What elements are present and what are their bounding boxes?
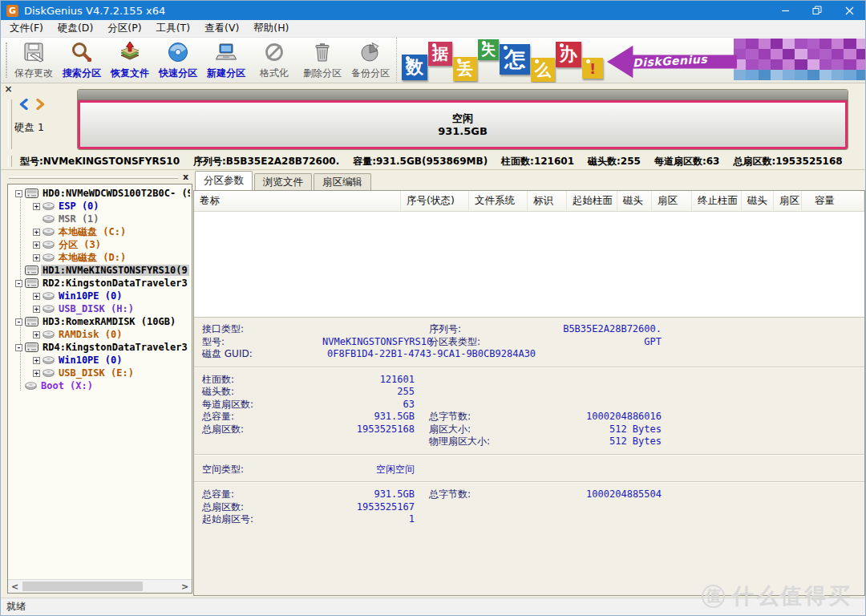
expander-plus-icon[interactable]: + — [33, 254, 40, 261]
detail-label: 总字节数: — [429, 488, 557, 501]
restore-button[interactable] — [801, 1, 833, 20]
new-partition-button[interactable]: 新建分区 — [202, 38, 250, 82]
close-button[interactable] — [833, 1, 865, 20]
tree-item[interactable]: -HD3:RomexRAMDISK (10GB) — [10, 315, 190, 328]
tree-item[interactable]: +RAMDisk (0) — [10, 328, 190, 341]
expander-plus-icon[interactable]: + — [33, 370, 40, 377]
table-column-header[interactable]: 序号(状态) — [401, 191, 469, 211]
expander-minus-icon[interactable]: - — [15, 344, 22, 351]
tree-item[interactable]: MSR (1) — [10, 213, 190, 225]
format-button[interactable]: 格式化 — [250, 38, 298, 82]
table-column-header[interactable]: 卷标 — [194, 191, 401, 211]
save-changes-button[interactable]: 保存更改 — [10, 38, 58, 82]
scroll-left-icon[interactable]: < — [8, 580, 22, 593]
partition-icon — [42, 292, 55, 300]
expander-minus-icon[interactable]: - — [15, 280, 22, 287]
restore-icon — [812, 6, 822, 15]
tree-item[interactable]: -RD4:KingstonDataTraveler3 — [10, 341, 190, 354]
tree-item[interactable]: +USB_DISK (H:) — [10, 302, 190, 315]
detail-label: 起始扇区号: — [202, 513, 322, 526]
tree-item[interactable]: -HD0:NVMeWDCWDS100T2B0C- (9 — [10, 187, 190, 200]
tree-item-label: HD3:RomexRAMDISK (10GB) — [41, 316, 177, 327]
tab-partition-params[interactable]: 分区参数 — [195, 171, 253, 190]
quick-partition-button[interactable]: 快速分区 — [154, 38, 202, 82]
detail-value: 512 Bytes — [557, 436, 662, 448]
delete-partition-button[interactable]: 删除分区 — [298, 38, 346, 82]
free-space-size: 931.5GB — [438, 125, 488, 138]
disk-tree: -HD0:NVMeWDCWDS100T2B0C- (9+ESP (0)MSR (… — [10, 187, 190, 578]
detail-label: 柱面数: — [202, 374, 322, 387]
prev-disk-button[interactable] — [18, 98, 29, 113]
recover-files-button[interactable]: 恢复文件 — [106, 38, 154, 82]
partition-icon — [42, 305, 55, 313]
expander-minus-icon[interactable]: - — [15, 318, 22, 326]
table-column-header[interactable]: 终止柱面 — [692, 191, 742, 211]
main-area: x -HD0:NVMeWDCWDS100T2B0C- (9+ESP (0)MSR… — [1, 171, 865, 598]
table-column-header[interactable]: 扇区 — [652, 191, 692, 211]
detail-gap — [415, 323, 429, 336]
next-disk-button[interactable] — [35, 98, 46, 113]
table-column-header[interactable]: 标识 — [528, 191, 567, 211]
tree-item[interactable]: +Win10PE (0) — [10, 290, 190, 302]
info-line-gripper[interactable] — [8, 156, 12, 167]
tree-item[interactable]: Boot (X:) — [10, 379, 190, 392]
expander-plus-icon[interactable]: + — [33, 293, 40, 300]
table-column-header[interactable]: 磁头 — [617, 191, 652, 211]
detail-gap — [415, 513, 429, 526]
expander-plus-icon[interactable]: + — [33, 241, 40, 249]
tree-item[interactable]: +ESP (0) — [10, 200, 190, 213]
expander-plus-icon[interactable]: + — [33, 203, 40, 210]
tree-item[interactable]: +本地磁盘 (C:) — [10, 225, 190, 238]
tree-item[interactable]: +分区 (3) — [10, 238, 190, 251]
tree-panel-gripper[interactable] — [9, 176, 178, 179]
tree-item[interactable]: +USB_DISK (E:) — [10, 367, 190, 379]
expander-minus-icon[interactable]: - — [15, 190, 22, 197]
tree-item[interactable]: +本地磁盘 (D:) — [10, 251, 190, 264]
menu-item-partition[interactable]: 分区(P) — [100, 20, 148, 37]
minimize-button[interactable] — [769, 1, 801, 20]
partition-panel: 分区参数浏览文件扇区编辑 卷标序号(状态)文件系统标识起始柱面磁头扇区终止柱面磁… — [193, 171, 865, 596]
detail-value — [557, 501, 662, 514]
table-column-header[interactable]: 起始柱面 — [567, 191, 617, 211]
toolbar-gripper[interactable] — [6, 43, 7, 78]
scrollbar-thumb[interactable] — [22, 582, 143, 591]
tree-horizontal-scrollbar[interactable]: < > — [8, 579, 192, 593]
tree-item[interactable]: -RD2:KingstonDataTraveler3 — [10, 277, 190, 290]
detail-row: 起始扇区号:1 — [194, 513, 864, 526]
menu-item-tools[interactable]: 工具(T) — [149, 20, 197, 37]
tree-item[interactable]: +Win10PE (0) — [10, 354, 190, 367]
disk-info-item: 序列号:B5B35E2A28B72600. — [193, 155, 339, 168]
table-column-header[interactable]: 容量 — [802, 191, 864, 211]
disk-panel-gripper[interactable] — [8, 99, 12, 149]
tab-browse-files[interactable]: 浏览文件 — [254, 173, 312, 190]
detail-label: 分区表类型: — [429, 336, 557, 349]
table-column-header[interactable]: 文件系统 — [469, 191, 528, 211]
table-column-header[interactable]: 扇区 — [774, 191, 802, 211]
expander-plus-icon[interactable]: + — [33, 306, 40, 313]
scroll-right-icon[interactable]: > — [178, 580, 192, 593]
menu-item-view[interactable]: 查看(V) — [197, 20, 246, 37]
tree-item[interactable]: HD1:NVMeKINGSTONSFYRS10(9 — [10, 264, 190, 277]
table-column-header[interactable]: 磁头 — [742, 191, 774, 211]
menu-bar: 文件(F)硬盘(D)分区(P)工具(T)查看(V)帮助(H) — [1, 20, 865, 38]
separator — [194, 367, 864, 368]
tree-item-label: HD1:NVMeKINGSTONSFYRS10(9 — [41, 265, 189, 276]
tab-sector-edit[interactable]: 扇区编辑 — [314, 173, 371, 190]
menu-item-disk[interactable]: 硬盘(D) — [51, 20, 100, 37]
toolbar-button-label: 格式化 — [260, 67, 289, 80]
tree-close-icon[interactable]: x — [180, 172, 191, 182]
backup-partition-button[interactable]: 备份分区 — [346, 38, 395, 82]
detail-label: 总扇区数: — [202, 424, 322, 436]
free-space-block[interactable]: 空闲 931.5GB — [78, 100, 848, 149]
menu-item-file[interactable]: 文件(F) — [2, 20, 51, 37]
detail-row: 磁头数:255 — [194, 386, 864, 399]
search-partition-button[interactable]: 搜索分区 — [58, 38, 106, 82]
ad-banner[interactable]: 数据丢失怎么办! DiskGenius — [396, 38, 866, 83]
detail-row: 物理扇区大小:512 Bytes — [194, 436, 864, 448]
quick-partition-icon — [167, 41, 189, 67]
expander-plus-icon[interactable]: + — [33, 331, 40, 338]
panel-close-icon[interactable]: × — [3, 84, 14, 95]
menu-item-help[interactable]: 帮助(H) — [246, 20, 296, 37]
expander-plus-icon[interactable]: + — [33, 229, 40, 236]
expander-plus-icon[interactable]: + — [33, 357, 40, 364]
